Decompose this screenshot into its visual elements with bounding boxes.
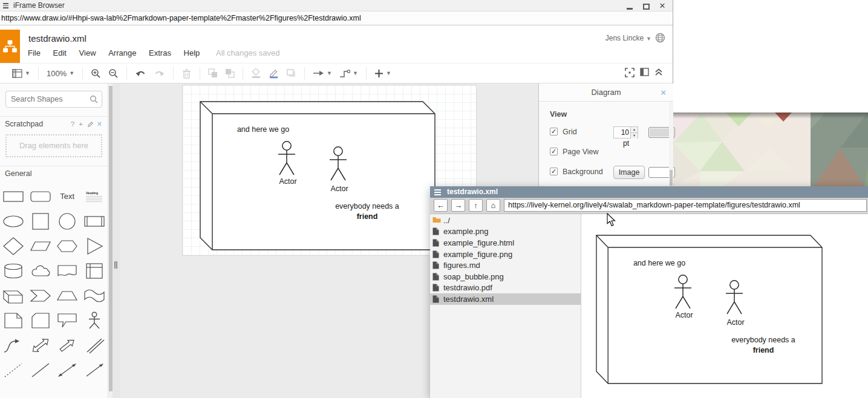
shape-directional-connector[interactable] bbox=[81, 357, 108, 382]
edit-pencil-icon[interactable] bbox=[87, 121, 94, 128]
browser-url-bar[interactable]: https://www.draw.io/#Hhpi-swa-lab%2Fmark… bbox=[0, 11, 673, 25]
waypoints-button[interactable]: ▼ bbox=[339, 69, 358, 78]
redo-button[interactable] bbox=[154, 69, 165, 78]
scrollbar-thumb[interactable] bbox=[670, 170, 673, 186]
menu-item[interactable]: File bbox=[28, 48, 41, 57]
shape-document[interactable] bbox=[54, 258, 81, 283]
cube-shape[interactable] bbox=[200, 101, 436, 250]
shape-square[interactable] bbox=[27, 209, 54, 233]
scratchpad-drop-area[interactable]: Drag elements here bbox=[5, 134, 102, 157]
shape-arrow[interactable] bbox=[54, 333, 81, 357]
up-button[interactable]: ↑ bbox=[469, 199, 483, 212]
shape-rounded-rectangle[interactable] bbox=[27, 184, 54, 209]
file-list-item[interactable]: ../ bbox=[430, 215, 581, 226]
file-list-item[interactable]: testdrawio.xml bbox=[430, 293, 581, 305]
search-shapes-input[interactable] bbox=[5, 91, 102, 108]
add-icon[interactable]: + bbox=[79, 120, 84, 128]
zoom-level-button[interactable]: 100%▼ bbox=[47, 69, 74, 78]
user-menu[interactable]: Jens Lincke▼ bbox=[605, 33, 665, 43]
fill-color-button[interactable] bbox=[251, 68, 261, 79]
diagram-note-top[interactable]: and here we go bbox=[237, 125, 289, 134]
shape-cloud[interactable] bbox=[27, 258, 54, 283]
line-color-button[interactable] bbox=[269, 68, 279, 79]
shape-dashed-line[interactable] bbox=[0, 357, 27, 382]
image-button[interactable]: Image bbox=[613, 166, 645, 179]
close-button[interactable]: ✕ bbox=[657, 1, 668, 10]
collapse-grip-icon[interactable] bbox=[114, 260, 118, 271]
actor-label[interactable]: Actor bbox=[279, 177, 296, 186]
shape-trapezoid[interactable] bbox=[54, 283, 81, 308]
menu-item[interactable]: Extras bbox=[149, 48, 171, 57]
actor-label[interactable]: Actor bbox=[330, 184, 348, 193]
delete-button[interactable] bbox=[181, 68, 192, 79]
file-list-item[interactable]: example.png bbox=[430, 226, 581, 238]
window-menu-icon[interactable] bbox=[434, 189, 441, 196]
shape-actor[interactable] bbox=[81, 308, 108, 333]
connection-button[interactable]: ▼ bbox=[313, 69, 332, 77]
forward-button[interactable]: → bbox=[451, 199, 465, 212]
shape-text[interactable]: Text bbox=[54, 184, 81, 209]
shape-callout[interactable] bbox=[54, 308, 81, 333]
panel-collapse-strip[interactable] bbox=[113, 83, 120, 398]
grid-checkbox[interactable] bbox=[550, 128, 558, 135]
shape-curve[interactable] bbox=[0, 333, 27, 357]
help-icon[interactable]: ? bbox=[71, 120, 76, 128]
insert-button[interactable]: ▼ bbox=[374, 69, 391, 78]
maximize-button[interactable] bbox=[641, 1, 651, 10]
shape-cylinder[interactable] bbox=[0, 258, 27, 283]
page-view-checkbox[interactable] bbox=[550, 148, 558, 155]
format-panel-toggle-icon[interactable] bbox=[640, 68, 649, 76]
collapse-expand-icon[interactable] bbox=[654, 68, 663, 76]
actor-shape[interactable] bbox=[329, 146, 347, 181]
window-menu-icon[interactable] bbox=[3, 3, 8, 10]
grid-size-stepper[interactable]: 10 pt ▲▼ bbox=[613, 126, 638, 139]
background-checkbox[interactable] bbox=[550, 168, 558, 175]
zoom-in-button[interactable] bbox=[91, 68, 101, 79]
file-list-item[interactable]: testdrawio.pdf bbox=[430, 282, 581, 294]
file-url-bar[interactable]: https://lively-kernel.org/lively4/swalab… bbox=[504, 199, 867, 212]
close-scratchpad-icon[interactable]: × bbox=[97, 119, 103, 128]
shape-link[interactable] bbox=[81, 333, 108, 357]
home-button[interactable]: ⌂ bbox=[486, 199, 500, 212]
zoom-out-button[interactable] bbox=[108, 68, 119, 79]
shadow-button[interactable] bbox=[286, 68, 296, 79]
shape-note[interactable] bbox=[0, 308, 27, 333]
shape-circle[interactable] bbox=[54, 209, 81, 233]
file-list-item[interactable]: example_figure.png bbox=[430, 249, 581, 260]
canvas-diagram[interactable]: and here we go Actor Actor everybody nee… bbox=[200, 101, 436, 250]
shape-ellipse[interactable] bbox=[0, 209, 27, 233]
shape-tape[interactable] bbox=[81, 283, 108, 308]
tab-diagram[interactable]: Diagram bbox=[591, 88, 621, 97]
file-window-titlebar[interactable]: testdrawio.xml bbox=[430, 186, 868, 198]
shape-card[interactable] bbox=[27, 308, 54, 333]
file-list-item[interactable]: figures.md bbox=[430, 259, 581, 271]
menu-item[interactable]: View bbox=[79, 48, 96, 57]
general-section-header[interactable]: General bbox=[0, 166, 108, 181]
undo-button[interactable] bbox=[135, 69, 146, 78]
stepper-arrows[interactable]: ▲▼ bbox=[630, 127, 638, 138]
grid-size-value[interactable]: 10 pt bbox=[614, 127, 630, 138]
file-list-item[interactable]: example_figure.html bbox=[430, 237, 581, 249]
shape-parallelogram[interactable] bbox=[27, 233, 54, 258]
step-down-icon[interactable]: ▼ bbox=[631, 133, 638, 139]
page-view-button[interactable]: ▼ bbox=[12, 69, 30, 78]
to-back-button[interactable] bbox=[225, 68, 235, 78]
language-globe-icon[interactable] bbox=[655, 33, 665, 43]
shape-bidirectional-connector[interactable] bbox=[54, 357, 81, 382]
sidebar-scrollbar[interactable] bbox=[108, 83, 113, 398]
close-panel-icon[interactable]: × bbox=[661, 83, 666, 102]
file-list-item[interactable]: soap_bubble.png bbox=[430, 271, 581, 282]
shape-line[interactable] bbox=[27, 357, 54, 382]
diagram-note-bottom[interactable]: everybody needs afriend bbox=[328, 201, 406, 222]
menu-item[interactable]: Edit bbox=[53, 48, 67, 57]
actor-shape[interactable] bbox=[278, 141, 296, 176]
shape-diamond[interactable] bbox=[0, 233, 27, 258]
shape-triangle[interactable] bbox=[81, 233, 108, 258]
menu-item[interactable]: Help bbox=[184, 48, 200, 57]
fullscreen-icon[interactable] bbox=[625, 68, 635, 77]
scratchpad-header[interactable]: Scratchpad ? + × bbox=[0, 117, 108, 131]
shape-textbox[interactable]: Heading bbox=[81, 184, 108, 209]
shape-process[interactable] bbox=[81, 209, 108, 233]
shape-cube[interactable] bbox=[0, 283, 27, 308]
shape-bidirectional-arrow[interactable] bbox=[27, 333, 54, 357]
